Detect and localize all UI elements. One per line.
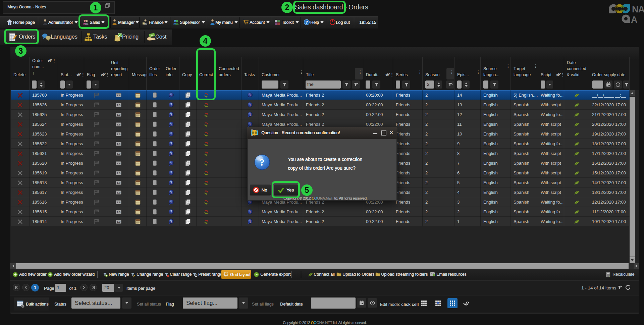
svg-text:A: A bbox=[631, 15, 638, 23]
svg-text:?: ? bbox=[306, 20, 308, 25]
svg-text:NA: NA bbox=[632, 4, 644, 14]
svg-text:?: ? bbox=[260, 157, 265, 168]
